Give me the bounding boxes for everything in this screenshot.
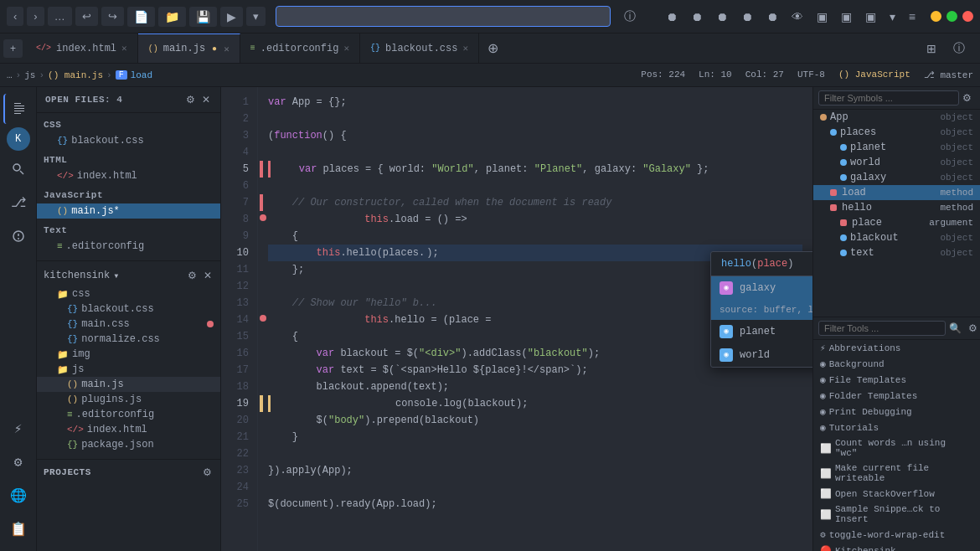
nav-dropdown[interactable]: ▾ xyxy=(246,7,266,26)
activity-settings[interactable]: ⚙ xyxy=(3,447,34,477)
sym-planet[interactable]: planet object xyxy=(813,140,980,155)
tab-editorconfig[interactable]: ≡ .editorconfig ✕ xyxy=(240,33,360,63)
close-tab-editorconfig[interactable]: ✕ xyxy=(343,43,349,54)
activity-share[interactable]: ⚡ xyxy=(3,414,34,444)
tool-background[interactable]: ◉ Background xyxy=(813,356,980,372)
tool-folder-templates[interactable]: ◉ Folder Templates xyxy=(813,388,980,404)
file-package-json[interactable]: {} package.json xyxy=(37,437,220,452)
folder-js[interactable]: 📁 js xyxy=(37,362,220,377)
tool-kitchensink[interactable]: 🔴 Kitchensink xyxy=(813,543,980,551)
tools-gear-btn[interactable]: ⚙ xyxy=(965,322,980,334)
file-blackout-css[interactable]: {} blackout.css xyxy=(37,301,220,317)
project-close-btn[interactable]: ✕ xyxy=(202,268,214,283)
close-tab-blackout-css[interactable]: ✕ xyxy=(462,43,468,54)
tool-stackoverflow[interactable]: ⬜ Open StackOverflow xyxy=(813,486,980,502)
open-folder[interactable]: 📁 xyxy=(158,7,186,27)
tab-index-html[interactable]: </> index.html ✕ xyxy=(26,33,138,63)
layout1-btn[interactable]: ▣ xyxy=(812,7,833,27)
sym-blackout[interactable]: blackout object xyxy=(813,230,980,245)
layout2-btn[interactable]: ▣ xyxy=(836,7,857,27)
sym-load[interactable]: load method xyxy=(813,185,980,200)
symbols-filter-input[interactable] xyxy=(818,90,959,106)
sym-text[interactable]: text object xyxy=(813,245,980,260)
close-tab-index-html[interactable]: ✕ xyxy=(121,43,127,54)
activity-files[interactable] xyxy=(3,94,34,124)
nav-back[interactable]: ‹ xyxy=(7,7,23,26)
search-input[interactable]: Go to Anything xyxy=(276,6,611,27)
record2-btn[interactable]: ⏺ xyxy=(686,7,708,27)
sym-world[interactable]: world object xyxy=(813,155,980,170)
nav-more[interactable]: … xyxy=(48,7,72,26)
sym-place[interactable]: place argument xyxy=(813,215,980,230)
record4-btn[interactable]: ⏺ xyxy=(736,7,758,27)
maximize-btn[interactable] xyxy=(946,11,957,22)
tab-main-js[interactable]: () main.js ● ✕ xyxy=(138,33,240,63)
tool-sample-snippet[interactable]: ⬜ Sample Snippe…ck to Insert xyxy=(813,502,980,527)
tool-toggle-wrap[interactable]: ⚙ toggle-word-wrap-edit xyxy=(813,527,980,543)
sym-type-blackout: object xyxy=(940,233,973,243)
layout3-btn[interactable]: ▣ xyxy=(860,7,881,27)
close-btn[interactable] xyxy=(962,11,973,22)
run[interactable]: ▶ xyxy=(220,7,243,27)
activity-git[interactable]: ⎇ xyxy=(3,188,34,218)
autocomplete-panel[interactable]: hello(place) ◉ galaxy object source: buf… xyxy=(710,251,812,368)
nav-redo[interactable]: ↪ xyxy=(101,7,124,26)
sidebar-close-btn[interactable]: ✕ xyxy=(200,92,212,107)
file-main-js[interactable]: () main.js xyxy=(37,377,220,392)
tool-abbreviations[interactable]: ⚡ Abbreviations xyxy=(813,340,980,356)
record-btn[interactable]: ⏺ xyxy=(661,7,683,27)
save-file[interactable]: 💾 xyxy=(189,7,217,27)
open-file[interactable]: 📄 xyxy=(127,7,155,27)
folder-img[interactable]: 📁 img xyxy=(37,347,220,362)
tool-file-templates[interactable]: ◉ File Templates xyxy=(813,372,980,388)
symbols-gear-btn[interactable]: ⚙ xyxy=(959,92,975,104)
record3-btn[interactable]: ⏺ xyxy=(711,7,733,27)
sidebar-index-html[interactable]: </> index.html xyxy=(37,168,220,183)
project-settings-btn[interactable]: ⚙ xyxy=(186,268,199,283)
preview-btn[interactable]: 👁 xyxy=(787,7,808,27)
sidebar-settings-btn[interactable]: ⚙ xyxy=(184,92,197,107)
sidebar-toggle[interactable]: + xyxy=(3,39,23,58)
sym-App[interactable]: App object xyxy=(813,110,980,125)
record5-btn[interactable]: ⏺ xyxy=(761,7,783,27)
tools-filter-input[interactable] xyxy=(818,321,946,336)
tab-info-btn[interactable]: ⓘ xyxy=(945,41,973,56)
tool-make-writeable[interactable]: ⬜ Make current file writeable xyxy=(813,461,980,486)
close-tab-main-js[interactable]: ✕ xyxy=(224,44,230,54)
projects-settings-btn[interactable]: ⚙ xyxy=(201,465,214,480)
ac-item-galaxy[interactable]: ◉ galaxy object xyxy=(711,276,812,300)
menu-btn[interactable]: ≡ xyxy=(904,7,921,27)
sidebar-blackout-css[interactable]: {} blackout.css xyxy=(37,133,220,148)
tool-tutorials[interactable]: ◉ Tutorials xyxy=(813,420,980,435)
project-header[interactable]: kitchensink ▾ xyxy=(44,270,119,282)
file-plugins-js[interactable]: () plugins.js xyxy=(37,392,220,407)
sym-hello[interactable]: hello method xyxy=(813,200,980,215)
sym-galaxy[interactable]: galaxy object xyxy=(813,170,980,185)
activity-search[interactable] xyxy=(3,154,34,184)
activity-network[interactable]: 🌐 xyxy=(3,481,34,511)
activity-avatar[interactable]: K xyxy=(7,127,30,151)
sym-places[interactable]: places object xyxy=(813,125,980,140)
minimize-btn[interactable] xyxy=(931,11,941,22)
activity-linter[interactable] xyxy=(3,221,34,251)
file-editorconfig[interactable]: ≡ .editorconfig xyxy=(37,407,220,422)
sidebar-main-js[interactable]: () main.js* xyxy=(37,203,220,219)
sidebar-editorconfig[interactable]: ≡ .editorconfig xyxy=(37,239,220,254)
file-main-css[interactable]: {} main.css xyxy=(37,317,220,332)
tools-search-btn[interactable]: 🔍 xyxy=(946,322,965,334)
activity-projects[interactable]: 📋 xyxy=(3,514,34,544)
tab-blackout-css[interactable]: {} blackout.css ✕ xyxy=(360,33,479,63)
new-tab-btn[interactable]: ⊕ xyxy=(479,40,507,56)
file-normalize-css[interactable]: {} normalize.css xyxy=(37,332,220,347)
file-index-html[interactable]: </> index.html xyxy=(37,422,220,437)
folder-css[interactable]: 📁 css xyxy=(37,286,220,301)
tab-split-btn[interactable]: ⊞ xyxy=(921,39,941,59)
tool-print-debugging[interactable]: ◉ Print Debugging xyxy=(813,404,980,420)
tool-count-words[interactable]: ⬜ Count words …n using "wc" xyxy=(813,435,980,461)
ac-item-planet[interactable]: ◉ planet object xyxy=(711,320,812,343)
nav-undo[interactable]: ↩ xyxy=(75,7,98,26)
nav-forward[interactable]: › xyxy=(27,7,44,26)
ac-item-world[interactable]: ◉ world object xyxy=(711,343,812,367)
code-lines[interactable]: var App = {}; (function() { var places =… xyxy=(258,87,812,551)
layout-more-btn[interactable]: ▾ xyxy=(885,7,900,27)
